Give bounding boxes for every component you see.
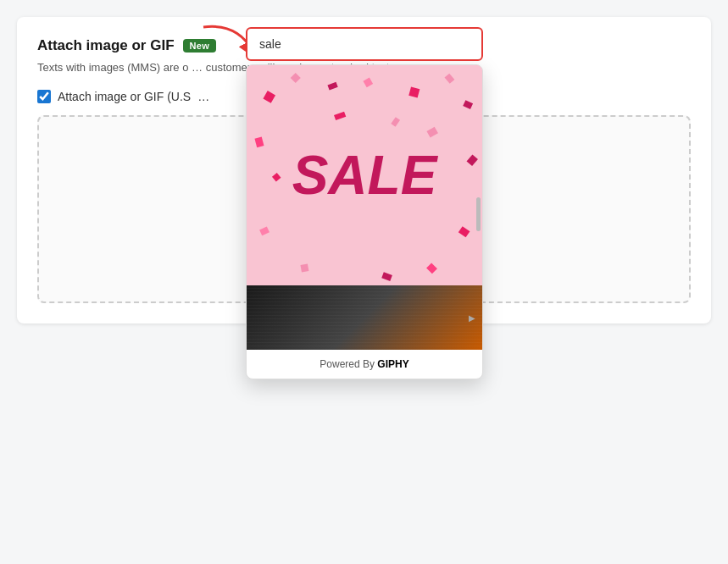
scrollbar-thumb[interactable]: [476, 197, 481, 231]
svg-rect-13: [458, 226, 470, 237]
attach-checkbox[interactable]: [37, 90, 51, 103]
svg-rect-6: [444, 74, 454, 84]
sale-gif-text: SALE: [292, 144, 437, 207]
powered-by-label: Powered By: [320, 358, 375, 370]
svg-rect-9: [272, 173, 281, 182]
svg-rect-17: [334, 112, 346, 120]
gif-result-secondary[interactable]: ▶: [247, 285, 482, 350]
svg-rect-1: [263, 91, 275, 103]
attach-label-suffix: …: [197, 90, 209, 103]
section-title: Attach image or GIF: [37, 37, 175, 54]
gif-result-primary[interactable]: SALE: [247, 65, 482, 285]
svg-rect-7: [463, 100, 473, 109]
svg-rect-5: [408, 87, 420, 98]
secondary-overlay: ▶: [247, 285, 482, 350]
svg-rect-10: [426, 127, 438, 138]
attach-checkbox-label: Attach image or GIF (U.S: [58, 90, 191, 103]
svg-rect-16: [426, 263, 437, 274]
svg-rect-18: [391, 117, 400, 127]
svg-rect-11: [467, 154, 478, 166]
svg-rect-15: [381, 272, 392, 281]
search-input[interactable]: [246, 27, 483, 61]
secondary-gif-label: ▶: [469, 313, 475, 323]
svg-rect-14: [300, 264, 308, 273]
gif-dropdown-panel[interactable]: SALE ▶ Powered By GIPHY: [246, 64, 483, 379]
svg-rect-2: [291, 73, 301, 83]
search-box-wrapper: [246, 27, 483, 61]
search-dropdown-container: SALE ▶ Powered By GIPHY: [246, 27, 483, 379]
sale-gif-bg: SALE: [247, 65, 482, 285]
svg-rect-12: [259, 227, 270, 236]
main-card: Attach image or GIF New Texts with image…: [17, 17, 711, 323]
svg-rect-3: [327, 82, 337, 91]
svg-rect-4: [363, 77, 373, 87]
powered-by-row: Powered By GIPHY: [247, 350, 482, 379]
new-badge: New: [183, 39, 217, 53]
powered-by-brand: GIPHY: [377, 358, 408, 370]
svg-rect-8: [254, 137, 264, 148]
